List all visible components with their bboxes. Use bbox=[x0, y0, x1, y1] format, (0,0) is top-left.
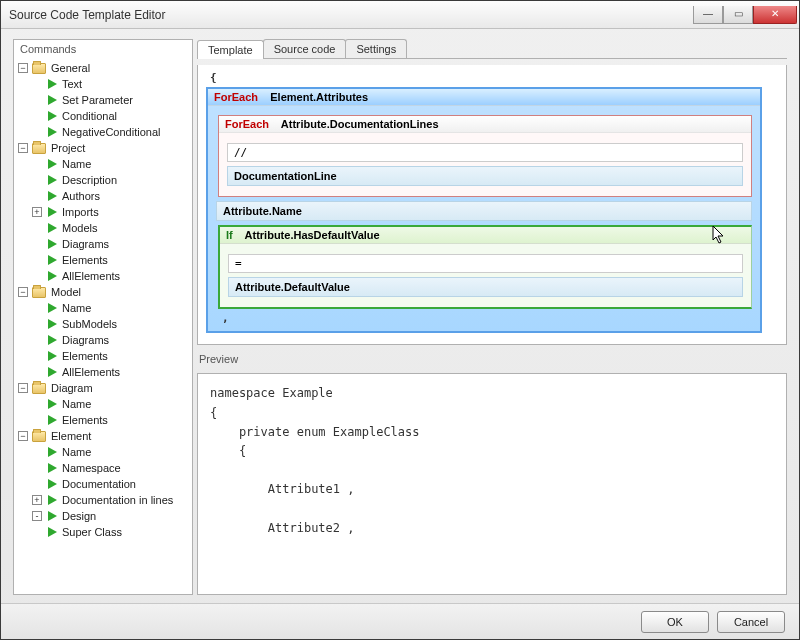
tree-item[interactable]: Authors bbox=[32, 188, 192, 204]
titlebar[interactable]: Source Code Template Editor — ▭ ✕ bbox=[1, 1, 799, 29]
tree-item[interactable]: Super Class bbox=[32, 524, 192, 540]
tree-item[interactable]: AllElements bbox=[32, 364, 192, 380]
tree-label: AllElements bbox=[59, 270, 120, 282]
tree-item[interactable]: Elements bbox=[32, 252, 192, 268]
preview-pane[interactable]: namespace Example { private enum Example… bbox=[197, 373, 787, 595]
equals-text-line[interactable]: = bbox=[228, 254, 743, 273]
foreach-inner-head[interactable]: ForEach Attribute.DocumentationLines bbox=[219, 116, 751, 133]
command-icon bbox=[48, 159, 57, 169]
tree-item[interactable]: +Imports bbox=[32, 204, 192, 220]
tab-source-code[interactable]: Source code bbox=[263, 39, 347, 58]
expander-icon bbox=[32, 111, 42, 121]
tree-folder-diagram[interactable]: −Diagram bbox=[18, 380, 192, 396]
tree-item[interactable]: Namespace bbox=[32, 460, 192, 476]
foreach-outer-head[interactable]: ForEach Element.Attributes bbox=[208, 89, 760, 106]
tree-label: Name bbox=[59, 398, 91, 410]
tree-label: Documentation in lines bbox=[59, 494, 173, 506]
tree-item[interactable]: +Documentation in lines bbox=[32, 492, 192, 508]
tree-item[interactable]: Name bbox=[32, 300, 192, 316]
tab-settings[interactable]: Settings bbox=[345, 39, 407, 58]
expander-icon bbox=[32, 223, 42, 233]
tree-folder-general[interactable]: −General bbox=[18, 60, 192, 76]
tree-item[interactable]: Name bbox=[32, 444, 192, 460]
attribute-default-value-text[interactable]: Attribute.DefaultValue bbox=[228, 277, 743, 297]
documentation-line-text[interactable]: DocumentationLine bbox=[227, 166, 743, 186]
tree-folder-model[interactable]: −Model bbox=[18, 284, 192, 300]
cancel-button[interactable]: Cancel bbox=[717, 611, 785, 633]
command-icon bbox=[48, 255, 57, 265]
command-icon bbox=[48, 447, 57, 457]
expander-icon[interactable]: − bbox=[18, 287, 28, 297]
tree-label: Diagrams bbox=[59, 238, 109, 250]
expander-icon bbox=[32, 271, 42, 281]
folder-icon bbox=[32, 431, 46, 442]
tree-label: Models bbox=[59, 222, 97, 234]
tree-item[interactable]: Name bbox=[32, 156, 192, 172]
preview-label: Preview bbox=[197, 351, 787, 367]
tree-item[interactable]: Text bbox=[32, 76, 192, 92]
expander-icon[interactable]: − bbox=[18, 143, 28, 153]
close-button[interactable]: ✕ bbox=[753, 6, 797, 24]
tree-item[interactable]: Conditional bbox=[32, 108, 192, 124]
expander-icon bbox=[32, 95, 42, 105]
foreach-doc-lines-block[interactable]: ForEach Attribute.DocumentationLines // … bbox=[218, 115, 752, 197]
tree-item[interactable]: Diagrams bbox=[32, 332, 192, 348]
tree-label: Imports bbox=[59, 206, 99, 218]
expander-icon bbox=[32, 79, 42, 89]
right-column: Template Source code Settings { ForEach … bbox=[197, 39, 787, 595]
command-icon bbox=[48, 511, 57, 521]
command-icon bbox=[48, 111, 57, 121]
command-icon bbox=[48, 463, 57, 473]
attribute-name-text[interactable]: Attribute.Name bbox=[216, 201, 752, 221]
expander-icon bbox=[32, 191, 42, 201]
tree-item[interactable]: Description bbox=[32, 172, 192, 188]
maximize-button[interactable]: ▭ bbox=[723, 6, 753, 24]
if-head[interactable]: If Attribute.HasDefaultValue bbox=[220, 227, 751, 244]
expander-icon bbox=[32, 127, 42, 137]
expander-icon[interactable]: - bbox=[32, 511, 42, 521]
expander-icon[interactable]: + bbox=[32, 495, 42, 505]
command-icon bbox=[48, 207, 57, 217]
tree-item[interactable]: AllElements bbox=[32, 268, 192, 284]
tree-folder-project[interactable]: −Project bbox=[18, 140, 192, 156]
folder-icon bbox=[32, 63, 46, 74]
comment-text-line[interactable]: // bbox=[227, 143, 743, 162]
foreach-inner-expr: Attribute.DocumentationLines bbox=[281, 118, 439, 130]
expander-icon[interactable]: − bbox=[18, 431, 28, 441]
tab-template[interactable]: Template bbox=[197, 40, 264, 59]
tree-item[interactable]: Elements bbox=[32, 348, 192, 364]
command-icon bbox=[48, 319, 57, 329]
tree-label: Documentation bbox=[59, 478, 136, 490]
expander-icon[interactable]: − bbox=[18, 63, 28, 73]
tree-label: General bbox=[48, 62, 90, 74]
command-icon bbox=[48, 239, 57, 249]
command-icon bbox=[48, 351, 57, 361]
tree-label: Namespace bbox=[59, 462, 121, 474]
tree-item[interactable]: -Design bbox=[32, 508, 192, 524]
expander-icon bbox=[32, 527, 42, 537]
tree-label: Diagram bbox=[48, 382, 93, 394]
ok-button[interactable]: OK bbox=[641, 611, 709, 633]
expander-icon bbox=[32, 239, 42, 249]
tree-item[interactable]: Name bbox=[32, 396, 192, 412]
tree-item[interactable]: SubModels bbox=[32, 316, 192, 332]
foreach-element-attributes-block[interactable]: ForEach Element.Attributes ForEach Attri… bbox=[206, 87, 762, 333]
command-icon bbox=[48, 271, 57, 281]
dialog-footer: OK Cancel bbox=[1, 603, 799, 639]
template-editor[interactable]: { ForEach Element.Attributes ForEach bbox=[197, 65, 787, 345]
command-icon bbox=[48, 223, 57, 233]
tree-folder-element[interactable]: −Element bbox=[18, 428, 192, 444]
tree-item[interactable]: NegativeConditional bbox=[32, 124, 192, 140]
tree-item[interactable]: Documentation bbox=[32, 476, 192, 492]
tree-item[interactable]: Elements bbox=[32, 412, 192, 428]
minimize-button[interactable]: — bbox=[693, 6, 723, 24]
if-keyword: If bbox=[226, 229, 233, 241]
tabs-strip: Template Source code Settings bbox=[197, 39, 787, 59]
tree-item[interactable]: Diagrams bbox=[32, 236, 192, 252]
expander-icon[interactable]: + bbox=[32, 207, 42, 217]
expander-icon[interactable]: − bbox=[18, 383, 28, 393]
tree-item[interactable]: Set Parameter bbox=[32, 92, 192, 108]
tree-item[interactable]: Models bbox=[32, 220, 192, 236]
if-has-default-block[interactable]: If Attribute.HasDefaultValue = Attribute… bbox=[218, 225, 752, 309]
commands-tree[interactable]: −GeneralTextSet ParameterConditionalNega… bbox=[14, 58, 192, 594]
